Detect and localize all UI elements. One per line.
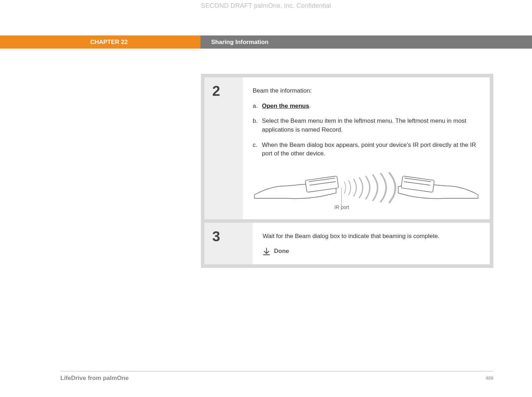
step-2-a-letter: a. xyxy=(253,102,262,111)
ir-port-label: IR port xyxy=(334,204,349,211)
step-2-b: b. Select the Beam menu item in the left… xyxy=(253,117,480,134)
beam-illustration: IR port xyxy=(253,165,480,211)
step-3-body: Wait for the Beam dialog box to indicate… xyxy=(253,223,490,264)
step-2-body: Beam the information: a. Open the menus.… xyxy=(243,77,490,219)
beam-illustration-svg xyxy=(253,165,480,211)
footer-product: LifeDrive from palmOne xyxy=(60,375,129,382)
done-label: Done xyxy=(274,247,289,256)
left-hand-icon xyxy=(254,176,339,199)
chapter-title: Sharing Information xyxy=(211,39,269,46)
footer-divider xyxy=(60,371,493,371)
step-2-number: 2 xyxy=(212,84,243,98)
draft-header: SECOND DRAFT palmOne, Inc. Confidential xyxy=(0,2,532,10)
step-3-text: Wait for the Beam dialog box to indicate… xyxy=(263,232,480,241)
footer-page-number: 489 xyxy=(486,375,493,381)
step-3-number: 3 xyxy=(212,229,253,243)
step-2-b-letter: b. xyxy=(253,117,262,134)
steps-container: 2 Beam the information: a. Open the menu… xyxy=(201,74,493,268)
step-2-a-after: . xyxy=(309,103,311,109)
chapter-bar: CHAPTER 22 Sharing Information xyxy=(0,35,532,49)
step-3-number-cell: 3 xyxy=(204,223,253,264)
step-2-c-letter: c. xyxy=(253,141,262,158)
done-row: Done xyxy=(263,247,480,256)
ir-waves-icon xyxy=(344,172,395,203)
chapter-number: CHAPTER 22 xyxy=(90,39,128,46)
draft-header-text: SECOND DRAFT palmOne, Inc. Confidential xyxy=(201,2,331,9)
step-2-a-text: Open the menus. xyxy=(262,102,480,111)
step-2: 2 Beam the information: a. Open the menu… xyxy=(204,77,490,219)
chapter-title-cell: Sharing Information xyxy=(201,35,532,49)
right-hand-icon xyxy=(398,176,478,199)
step-2-number-cell: 2 xyxy=(204,77,243,219)
step-2-b-text: Select the Beam menu item in the leftmos… xyxy=(262,117,480,134)
done-arrow-icon xyxy=(263,248,270,255)
step-2-intro: Beam the information: xyxy=(253,87,480,95)
open-menus-link[interactable]: Open the menus xyxy=(262,103,309,109)
step-2-c-text: When the Beam dialog box appears, point … xyxy=(262,141,480,158)
chapter-number-cell: CHAPTER 22 xyxy=(0,35,201,49)
step-3: 3 Wait for the Beam dialog box to indica… xyxy=(204,223,490,264)
step-2-c: c. When the Beam dialog box appears, poi… xyxy=(253,141,480,158)
step-2-a: a. Open the menus. xyxy=(253,102,480,111)
